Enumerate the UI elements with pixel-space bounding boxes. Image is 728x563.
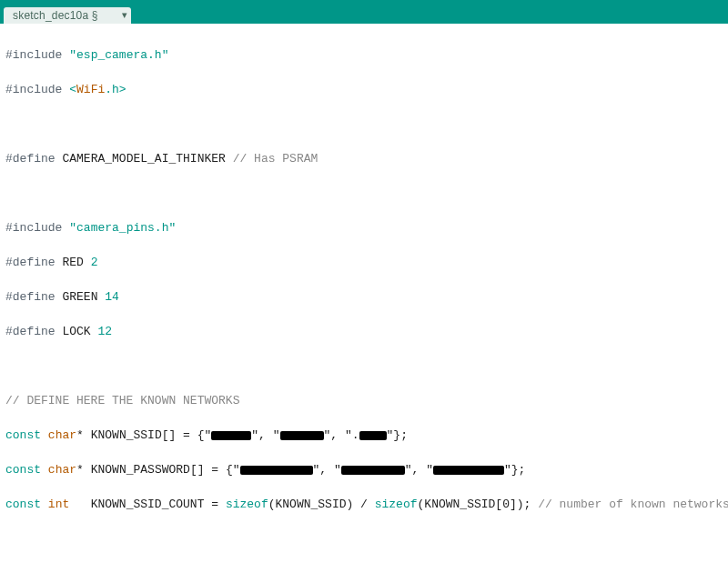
eq: = [204, 498, 225, 511]
code-editor[interactable]: #include "esp_camera.h" #include <WiFi.h… [0, 24, 728, 563]
preproc: #include [5, 48, 62, 62]
redacted-pwd-1 [240, 466, 313, 475]
tab-label: sketch_dec10a § [13, 9, 98, 22]
string: "esp_camera.h" [69, 48, 168, 62]
kw: const [5, 463, 41, 477]
redacted-ssid-3 [359, 431, 387, 440]
num: 14 [105, 290, 119, 304]
hdr-close: .h> [105, 83, 126, 96]
arg: (KNOWN_SSID[0]); [418, 498, 531, 511]
redacted-ssid-2 [280, 431, 324, 440]
end: "}; [387, 428, 408, 442]
macro: CAMERA_MODEL_AI_THINKER [62, 152, 225, 166]
sep: ", " [251, 428, 279, 442]
ident: KNOWN_PASSWORD[] [91, 463, 205, 477]
ident: KNOWN_SSID_COUNT [91, 498, 205, 511]
type: char [48, 463, 76, 477]
kw: const [5, 498, 41, 511]
preproc: #include [5, 221, 62, 235]
preproc: #define [5, 325, 56, 338]
redacted-ssid-1 [211, 431, 251, 440]
string: "camera_pins.h" [69, 221, 176, 235]
eq: = {" [176, 428, 211, 442]
redacted-pwd-2 [341, 466, 405, 475]
sep: ", " [313, 463, 341, 477]
num: 12 [97, 325, 112, 338]
tab-dropdown-icon[interactable]: ▾ [122, 9, 127, 21]
arg: (KNOWN_SSID) / [268, 498, 375, 511]
preproc: #define [5, 152, 56, 166]
macro: GREEN [62, 290, 97, 304]
num: 2 [91, 256, 98, 269]
tab-strip: sketch_dec10a § ▾ [0, 5, 728, 24]
sep: ", " [405, 463, 433, 477]
sep: ", ". [324, 428, 359, 442]
comment: // DEFINE HERE THE KNOWN NETWORKS [5, 394, 239, 407]
macro: LOCK [62, 325, 90, 338]
kw: const [5, 428, 41, 442]
sizeof: sizeof [375, 498, 418, 511]
tab-sketch[interactable]: sketch_dec10a § ▾ [4, 7, 131, 24]
type: int [48, 498, 69, 511]
hdr-open: < [69, 83, 76, 96]
eq: = {" [205, 463, 240, 477]
preproc: #define [5, 256, 56, 269]
preproc: #include [5, 83, 62, 96]
type: char [48, 428, 76, 442]
comment: // number of known networks [531, 498, 728, 511]
sizeof: sizeof [226, 498, 268, 511]
preproc: #define [5, 290, 56, 304]
end: "}; [504, 463, 525, 477]
star: * [76, 428, 84, 442]
macro: RED [62, 256, 83, 269]
comment: // Has PSRAM [233, 152, 318, 166]
wifi-lib: WiFi [76, 83, 105, 96]
ident: KNOWN_SSID[] [91, 428, 177, 442]
redacted-pwd-3 [433, 466, 504, 475]
star: * [76, 463, 84, 477]
